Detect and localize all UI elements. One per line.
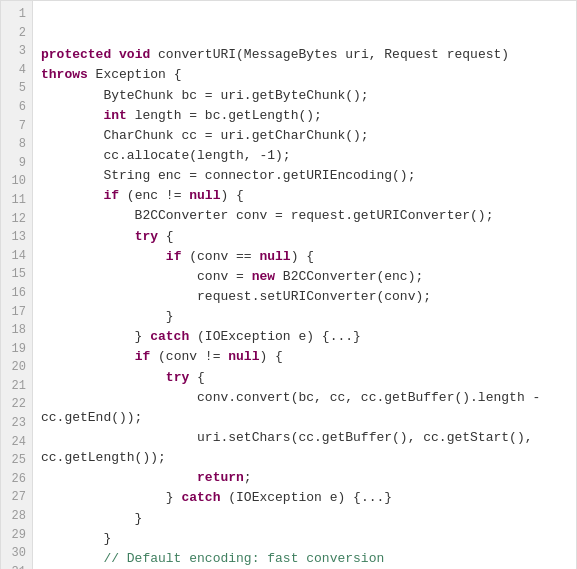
code-token-plain: (conv != (150, 349, 228, 364)
line-number: 6 (1, 98, 32, 117)
code-token-kw: void (119, 47, 150, 62)
code-line: } (41, 529, 568, 549)
code-line: } (41, 307, 568, 327)
code-token-plain: ByteChunk bc = uri.getByteChunk(); (41, 88, 369, 103)
code-token-plain (41, 108, 103, 123)
code-token-plain: } (41, 309, 174, 324)
code-token-plain: length = bc.getLength(); (127, 108, 322, 123)
line-number: 27 (1, 488, 32, 507)
line-number: 5 (1, 79, 32, 98)
code-line: String enc = connector.getURIEncoding(); (41, 166, 568, 186)
code-token-plain (111, 47, 119, 62)
line-number: 8 (1, 135, 32, 154)
code-token-plain: ; (244, 470, 252, 485)
code-token-kw: catch (181, 490, 220, 505)
line-number: 16 (1, 284, 32, 303)
line-number-gutter: 1234567891011121314151617181920212223242… (1, 1, 33, 569)
line-number: 9 (1, 154, 32, 173)
code-token-kw: if (166, 249, 182, 264)
code-line: if (conv == null) { (41, 247, 568, 267)
code-token-plain (41, 470, 197, 485)
code-token-kw: throws (41, 67, 88, 82)
code-token-plain: ) { (291, 249, 314, 264)
code-token-plain: ) { (259, 349, 282, 364)
code-token-plain: B2CConverter conv = request.getURIConver… (41, 208, 493, 223)
line-number: 3 (1, 42, 32, 61)
line-number: 10 (1, 172, 32, 191)
code-token-plain: cc.getLength()); (41, 450, 166, 465)
code-line: } (41, 509, 568, 529)
line-number: 15 (1, 265, 32, 284)
code-token-plain: (conv == (181, 249, 259, 264)
line-number: 29 (1, 526, 32, 545)
line-number: 30 (1, 544, 32, 563)
code-token-plain: { (158, 229, 174, 244)
code-token-plain: uri.setChars(cc.getBuffer(), cc.getStart… (41, 430, 532, 445)
line-number: 31 (1, 563, 32, 569)
code-token-kw: catch (150, 329, 189, 344)
code-token-kw: try (166, 370, 189, 385)
line-number: 25 (1, 451, 32, 470)
code-line: request.setURIConverter(conv); (41, 287, 568, 307)
code-token-plain: } (41, 531, 111, 546)
code-editor: 1234567891011121314151617181920212223242… (0, 0, 577, 569)
line-number: 19 (1, 340, 32, 359)
code-token-plain (41, 370, 166, 385)
code-token-plain: Exception { (88, 67, 182, 82)
line-number: 26 (1, 470, 32, 489)
code-token-plain: ) { (220, 188, 243, 203)
code-token-plain: conv = (41, 269, 252, 284)
code-line: protected void convertURI(MessageBytes u… (41, 45, 568, 65)
code-token-kw: null (228, 349, 259, 364)
code-line: int length = bc.getLength(); (41, 106, 568, 126)
line-number: 23 (1, 414, 32, 433)
code-token-plain (41, 229, 135, 244)
code-line: return; (41, 468, 568, 488)
code-token-plain: } (41, 329, 150, 344)
code-line: } catch (IOException e) {...} (41, 327, 568, 347)
code-token-kw: try (135, 229, 158, 244)
code-token-comment: // Default encoding: fast conversion (41, 551, 384, 566)
line-number: 24 (1, 433, 32, 452)
code-line: } catch (IOException e) {...} (41, 488, 568, 508)
line-number: 21 (1, 377, 32, 396)
code-token-kw: int (103, 108, 126, 123)
code-line: CharChunk cc = uri.getCharChunk(); (41, 126, 568, 146)
code-token-kw: if (103, 188, 119, 203)
code-token-kw: return (197, 470, 244, 485)
code-token-plain: (IOException e) {...} (189, 329, 361, 344)
code-token-plain: } (41, 511, 142, 526)
code-token-plain: CharChunk cc = uri.getCharChunk(); (41, 128, 369, 143)
line-number: 7 (1, 117, 32, 136)
code-token-plain: } (41, 490, 181, 505)
code-token-plain: String enc = connector.getURIEncoding(); (41, 168, 415, 183)
line-number: 14 (1, 247, 32, 266)
code-token-kw: null (189, 188, 220, 203)
line-number: 12 (1, 210, 32, 229)
line-number: 18 (1, 321, 32, 340)
code-line: // Default encoding: fast conversion (41, 549, 568, 569)
code-token-plain: B2CConverter(enc); (275, 269, 423, 284)
code-line: if (enc != null) { (41, 186, 568, 206)
code-line: throws Exception { (41, 65, 568, 85)
line-number: 11 (1, 191, 32, 210)
code-line: cc.getEnd()); (41, 408, 568, 428)
line-number: 28 (1, 507, 32, 526)
code-token-plain: (enc != (119, 188, 189, 203)
code-token-plain: conv.convert(bc, cc, cc.getBuffer().leng… (41, 390, 540, 405)
code-line: try { (41, 368, 568, 388)
line-number: 1 (1, 5, 32, 24)
line-number: 22 (1, 395, 32, 414)
code-line: uri.setChars(cc.getBuffer(), cc.getStart… (41, 428, 568, 448)
code-line: conv.convert(bc, cc, cc.getBuffer().leng… (41, 388, 568, 408)
code-line: ByteChunk bc = uri.getByteChunk(); (41, 86, 568, 106)
code-token-kw: if (135, 349, 151, 364)
line-number: 13 (1, 228, 32, 247)
line-number: 4 (1, 61, 32, 80)
code-area[interactable]: protected void convertURI(MessageBytes u… (33, 1, 576, 569)
line-number: 20 (1, 358, 32, 377)
code-token-plain: convertURI(MessageBytes uri, Request req… (150, 47, 509, 62)
code-line: try { (41, 227, 568, 247)
code-token-kw: protected (41, 47, 111, 62)
code-token-plain: { (189, 370, 205, 385)
